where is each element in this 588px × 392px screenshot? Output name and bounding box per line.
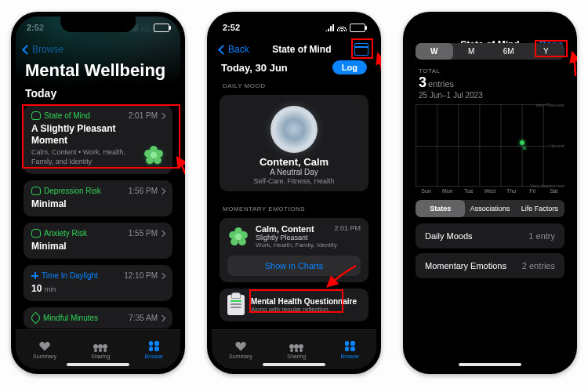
brain-icon <box>31 111 41 120</box>
grid-icon <box>345 341 355 351</box>
annotation-arrow <box>325 264 359 294</box>
chevron-right-icon <box>159 112 165 118</box>
back-button[interactable]: Back <box>220 44 249 55</box>
log-button[interactable]: Log <box>332 60 367 74</box>
chevron-left-icon <box>22 45 32 55</box>
annotation-arrow <box>171 154 185 197</box>
chart-point <box>520 140 524 145</box>
view-segment[interactable]: States Associations Life Factors <box>416 200 564 217</box>
tab-sharing[interactable]: Sharing <box>287 341 306 359</box>
notch <box>60 16 136 32</box>
heart-icon <box>39 342 50 351</box>
card-state-of-mind[interactable]: State of Mind 2:01 PM A Slightly Pleasan… <box>24 105 172 174</box>
nav-title: State of Mind <box>272 44 331 55</box>
momentary-label: MOMENTARY EMOTIONS <box>212 198 376 216</box>
clock: 2:52 <box>223 23 240 32</box>
notch <box>452 16 528 32</box>
leaf-icon <box>30 312 42 325</box>
seg-states[interactable]: States <box>416 200 465 217</box>
date-heading: Today, 30 Jun <box>221 62 288 74</box>
tab-browse[interactable]: Browse <box>341 341 359 359</box>
battery-icon <box>154 24 169 32</box>
back-browse[interactable]: Browse <box>24 44 64 55</box>
battery-icon <box>350 24 365 32</box>
section-today: Today <box>16 85 180 103</box>
svg-point-11 <box>235 234 241 240</box>
tab-browse[interactable]: Browse <box>145 341 163 359</box>
people-icon <box>93 344 107 349</box>
wifi-icon <box>141 24 151 31</box>
time-range-segment[interactable]: W M 6M Y <box>416 43 564 60</box>
flower-icon <box>143 144 165 166</box>
chevron-right-icon <box>159 230 165 237</box>
seg-week[interactable]: W <box>416 43 453 60</box>
svg-point-5 <box>151 152 157 158</box>
card-mindful-minutes[interactable]: Mindful Minutes 7:35 AM <box>24 307 172 328</box>
phone-3: State of Mind Done W M 6M Y TOTAL 3entri… <box>403 12 577 374</box>
row-daily-moods[interactable]: Daily Moods 1 entry <box>416 223 564 249</box>
daily-mood-card[interactable]: Content, Calm A Neutral Day Self-Care, F… <box>220 95 368 191</box>
flower-icon <box>227 226 249 248</box>
daily-mood-label: DAILY MOOD <box>212 74 376 93</box>
home-indicator[interactable] <box>263 363 325 366</box>
home-indicator[interactable] <box>67 363 129 366</box>
chevron-right-icon <box>159 315 165 321</box>
brain-icon <box>31 187 41 195</box>
seg-year[interactable]: Y <box>528 43 565 60</box>
tab-sharing[interactable]: Sharing <box>91 341 110 359</box>
total-label: TOTAL <box>419 67 561 74</box>
seg-month[interactable]: M <box>453 43 491 60</box>
annotation-arrow <box>566 51 577 82</box>
brain-icon <box>31 229 41 238</box>
seg-6month[interactable]: 6M <box>490 43 528 60</box>
heart-icon <box>235 342 246 351</box>
seg-associations[interactable]: Associations <box>465 200 514 217</box>
seg-life-factors[interactable]: Life Factors <box>515 200 564 217</box>
people-icon <box>289 344 303 349</box>
home-indicator[interactable] <box>459 363 521 366</box>
chart-x-axis: SunMonTueWedThuFriSat <box>416 188 564 194</box>
tab-summary[interactable]: Summary <box>33 341 56 359</box>
annotation-arrow <box>372 53 381 87</box>
row-momentary-emotions[interactable]: Momentary Emotions 2 entries <box>416 253 564 278</box>
card-depression-risk[interactable]: Depression Risk 1:56 PM Minimal <box>24 180 172 216</box>
calendar-icon[interactable] <box>354 43 368 56</box>
chevron-left-icon <box>218 45 228 55</box>
clock: 2:52 <box>27 23 44 32</box>
clipboard-icon <box>227 295 245 315</box>
notch <box>256 16 332 32</box>
chevron-right-icon <box>159 273 165 279</box>
grid-icon <box>149 341 159 351</box>
phone-1: 2:52 Browse Mental Wellbeing Today State… <box>11 12 185 374</box>
phone-2: 2:52 Back State of Mind Today, 30 Jun Lo… <box>207 12 381 374</box>
card-time-in-daylight[interactable]: Time In Daylight 12:10 PM 10 min <box>24 265 172 301</box>
mood-chart[interactable]: Very Pleasant Neutral Very Unpleasant <box>416 104 564 187</box>
chart-point <box>523 147 526 150</box>
card-anxiety-risk[interactable]: Anxiety Risk 1:55 PM Minimal <box>24 223 172 259</box>
plus-icon <box>31 272 38 279</box>
page-title: Mental Wellbeing <box>16 57 180 85</box>
wifi-icon <box>337 24 347 31</box>
chevron-right-icon <box>159 188 165 194</box>
mood-circle-icon <box>270 106 318 153</box>
tab-summary[interactable]: Summary <box>229 341 252 359</box>
